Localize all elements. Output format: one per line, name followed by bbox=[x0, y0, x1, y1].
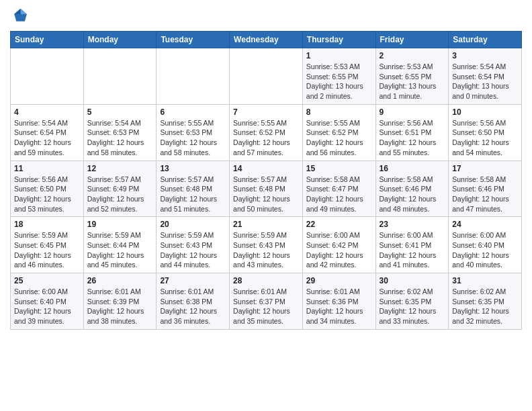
day-cell: 9Sunrise: 5:56 AM Sunset: 6:51 PM Daylig… bbox=[375, 104, 449, 161]
day-cell: 5Sunrise: 5:54 AM Sunset: 6:53 PM Daylig… bbox=[83, 104, 157, 161]
day-number: 29 bbox=[306, 276, 372, 285]
day-cell: 28Sunrise: 6:01 AM Sunset: 6:37 PM Dayli… bbox=[230, 273, 303, 330]
day-info: Sunrise: 5:58 AM Sunset: 6:46 PM Dayligh… bbox=[380, 175, 445, 214]
day-number: 11 bbox=[14, 164, 80, 173]
logo bbox=[10, 7, 32, 26]
day-info: Sunrise: 6:02 AM Sunset: 6:35 PM Dayligh… bbox=[380, 287, 445, 326]
day-number: 15 bbox=[306, 164, 372, 173]
day-header-saturday: Saturday bbox=[449, 32, 522, 48]
day-number: 18 bbox=[14, 220, 80, 229]
day-number: 17 bbox=[452, 164, 518, 173]
day-info: Sunrise: 5:57 AM Sunset: 6:48 PM Dayligh… bbox=[233, 175, 299, 214]
day-info: Sunrise: 5:59 AM Sunset: 6:45 PM Dayligh… bbox=[14, 230, 80, 270]
day-info: Sunrise: 5:56 AM Sunset: 6:50 PM Dayligh… bbox=[14, 175, 80, 214]
day-cell: 20Sunrise: 5:59 AM Sunset: 6:43 PM Dayli… bbox=[157, 217, 230, 273]
day-header-friday: Friday bbox=[375, 32, 449, 48]
week-row-5: 25Sunrise: 6:00 AM Sunset: 6:40 PM Dayli… bbox=[11, 273, 522, 330]
day-info: Sunrise: 6:00 AM Sunset: 6:41 PM Dayligh… bbox=[380, 230, 445, 270]
day-cell bbox=[157, 48, 230, 105]
day-cell: 14Sunrise: 5:57 AM Sunset: 6:48 PM Dayli… bbox=[230, 161, 303, 217]
day-info: Sunrise: 6:02 AM Sunset: 6:35 PM Dayligh… bbox=[452, 287, 518, 326]
day-number: 1 bbox=[306, 51, 372, 60]
day-header-wednesday: Wednesday bbox=[230, 32, 303, 48]
day-info: Sunrise: 6:00 AM Sunset: 6:42 PM Dayligh… bbox=[306, 230, 372, 270]
day-info: Sunrise: 6:00 AM Sunset: 6:40 PM Dayligh… bbox=[452, 230, 518, 270]
day-cell: 21Sunrise: 5:59 AM Sunset: 6:43 PM Dayli… bbox=[230, 217, 303, 273]
day-info: Sunrise: 5:56 AM Sunset: 6:50 PM Dayligh… bbox=[452, 118, 518, 158]
svg-marker-1 bbox=[21, 9, 27, 14]
day-number: 9 bbox=[380, 107, 445, 117]
day-cell: 7Sunrise: 5:55 AM Sunset: 6:52 PM Daylig… bbox=[230, 104, 303, 161]
day-cell: 6Sunrise: 5:55 AM Sunset: 6:53 PM Daylig… bbox=[157, 104, 230, 161]
day-info: Sunrise: 5:58 AM Sunset: 6:46 PM Dayligh… bbox=[452, 175, 518, 214]
day-cell: 27Sunrise: 6:01 AM Sunset: 6:38 PM Dayli… bbox=[157, 273, 230, 330]
day-cell: 25Sunrise: 6:00 AM Sunset: 6:40 PM Dayli… bbox=[11, 273, 84, 330]
day-info: Sunrise: 5:55 AM Sunset: 6:52 PM Dayligh… bbox=[233, 118, 299, 158]
day-info: Sunrise: 5:56 AM Sunset: 6:51 PM Dayligh… bbox=[380, 118, 445, 158]
day-cell bbox=[230, 48, 303, 105]
calendar-header: SundayMondayTuesdayWednesdayThursdayFrid… bbox=[11, 32, 522, 48]
day-number: 5 bbox=[87, 107, 153, 117]
day-cell: 11Sunrise: 5:56 AM Sunset: 6:50 PM Dayli… bbox=[11, 161, 84, 217]
day-number: 2 bbox=[380, 51, 445, 60]
day-cell: 29Sunrise: 6:01 AM Sunset: 6:36 PM Dayli… bbox=[302, 273, 375, 330]
day-cell: 16Sunrise: 5:58 AM Sunset: 6:46 PM Dayli… bbox=[375, 161, 449, 217]
day-info: Sunrise: 5:59 AM Sunset: 6:43 PM Dayligh… bbox=[233, 230, 299, 270]
day-cell: 1Sunrise: 5:53 AM Sunset: 6:55 PM Daylig… bbox=[302, 48, 375, 105]
day-number: 21 bbox=[233, 220, 299, 229]
day-info: Sunrise: 5:59 AM Sunset: 6:44 PM Dayligh… bbox=[87, 230, 153, 270]
day-info: Sunrise: 5:58 AM Sunset: 6:47 PM Dayligh… bbox=[306, 175, 372, 214]
day-info: Sunrise: 6:01 AM Sunset: 6:37 PM Dayligh… bbox=[233, 287, 299, 326]
day-cell: 19Sunrise: 5:59 AM Sunset: 6:44 PM Dayli… bbox=[83, 217, 157, 273]
day-number: 6 bbox=[160, 107, 226, 117]
day-header-tuesday: Tuesday bbox=[157, 32, 230, 48]
day-number: 4 bbox=[14, 107, 80, 117]
day-cell bbox=[11, 48, 84, 105]
day-info: Sunrise: 5:55 AM Sunset: 6:53 PM Dayligh… bbox=[160, 118, 226, 158]
day-number: 14 bbox=[233, 164, 299, 173]
day-cell: 2Sunrise: 5:53 AM Sunset: 6:55 PM Daylig… bbox=[375, 48, 449, 105]
day-cell: 8Sunrise: 5:55 AM Sunset: 6:52 PM Daylig… bbox=[302, 104, 375, 161]
day-cell: 4Sunrise: 5:54 AM Sunset: 6:54 PM Daylig… bbox=[11, 104, 84, 161]
day-number: 25 bbox=[14, 276, 80, 285]
day-number: 26 bbox=[87, 276, 153, 285]
week-row-3: 11Sunrise: 5:56 AM Sunset: 6:50 PM Dayli… bbox=[11, 161, 522, 217]
day-number: 20 bbox=[160, 220, 226, 229]
day-info: Sunrise: 5:57 AM Sunset: 6:48 PM Dayligh… bbox=[160, 175, 226, 214]
header bbox=[10, 7, 522, 26]
day-number: 3 bbox=[452, 51, 518, 60]
day-header-thursday: Thursday bbox=[302, 32, 375, 48]
svg-marker-2 bbox=[14, 9, 20, 14]
day-header-monday: Monday bbox=[83, 32, 157, 48]
day-info: Sunrise: 5:54 AM Sunset: 6:54 PM Dayligh… bbox=[14, 118, 80, 158]
day-number: 19 bbox=[87, 220, 153, 229]
day-number: 30 bbox=[380, 276, 445, 285]
day-info: Sunrise: 6:00 AM Sunset: 6:40 PM Dayligh… bbox=[14, 287, 80, 326]
day-info: Sunrise: 5:54 AM Sunset: 6:53 PM Dayligh… bbox=[87, 118, 153, 158]
day-number: 31 bbox=[452, 276, 518, 285]
day-info: Sunrise: 5:55 AM Sunset: 6:52 PM Dayligh… bbox=[306, 118, 372, 158]
day-cell: 13Sunrise: 5:57 AM Sunset: 6:48 PM Dayli… bbox=[157, 161, 230, 217]
day-number: 7 bbox=[233, 107, 299, 117]
day-cell: 30Sunrise: 6:02 AM Sunset: 6:35 PM Dayli… bbox=[375, 273, 449, 330]
day-number: 28 bbox=[233, 276, 299, 285]
day-number: 24 bbox=[452, 220, 518, 229]
day-info: Sunrise: 5:54 AM Sunset: 6:54 PM Dayligh… bbox=[452, 62, 518, 101]
day-cell: 23Sunrise: 6:00 AM Sunset: 6:41 PM Dayli… bbox=[375, 217, 449, 273]
week-row-4: 18Sunrise: 5:59 AM Sunset: 6:45 PM Dayli… bbox=[11, 217, 522, 273]
calendar-table: SundayMondayTuesdayWednesdayThursdayFrid… bbox=[10, 31, 522, 330]
day-cell: 26Sunrise: 6:01 AM Sunset: 6:39 PM Dayli… bbox=[83, 273, 157, 330]
logo-icon bbox=[10, 7, 29, 26]
day-info: Sunrise: 5:53 AM Sunset: 6:55 PM Dayligh… bbox=[306, 62, 372, 101]
day-cell: 15Sunrise: 5:58 AM Sunset: 6:47 PM Dayli… bbox=[302, 161, 375, 217]
day-number: 16 bbox=[380, 164, 445, 173]
day-number: 12 bbox=[87, 164, 153, 173]
day-info: Sunrise: 5:59 AM Sunset: 6:43 PM Dayligh… bbox=[160, 230, 226, 270]
day-header-sunday: Sunday bbox=[11, 32, 84, 48]
day-cell bbox=[83, 48, 157, 105]
day-cell: 17Sunrise: 5:58 AM Sunset: 6:46 PM Dayli… bbox=[449, 161, 522, 217]
day-cell: 22Sunrise: 6:00 AM Sunset: 6:42 PM Dayli… bbox=[302, 217, 375, 273]
calendar-body: 1Sunrise: 5:53 AM Sunset: 6:55 PM Daylig… bbox=[11, 48, 522, 330]
days-of-week-row: SundayMondayTuesdayWednesdayThursdayFrid… bbox=[11, 32, 522, 48]
day-cell: 24Sunrise: 6:00 AM Sunset: 6:40 PM Dayli… bbox=[449, 217, 522, 273]
